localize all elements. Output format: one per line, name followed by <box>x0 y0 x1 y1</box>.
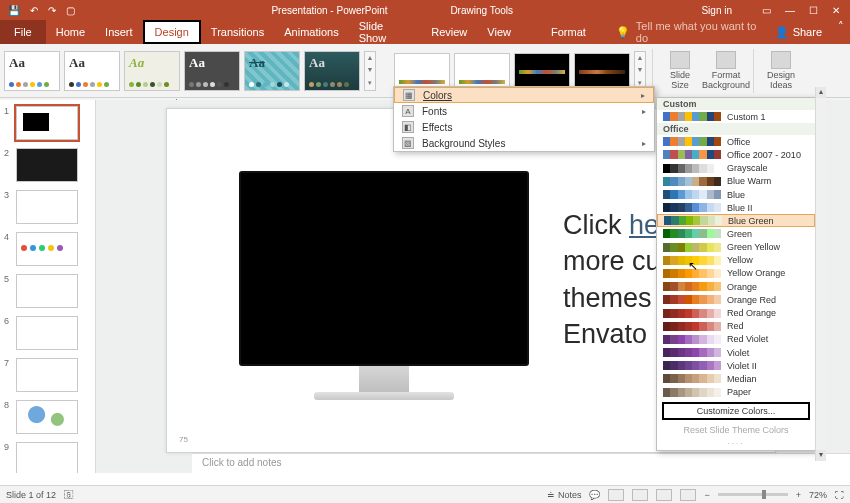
tab-home[interactable]: Home <box>46 20 95 44</box>
color-scheme-item[interactable]: Violet II <box>657 359 815 372</box>
zoom-in-button[interactable]: + <box>796 490 801 500</box>
slide-thumbnail[interactable]: 5 <box>0 268 95 310</box>
variant-thumb[interactable] <box>574 53 630 89</box>
color-scheme-item[interactable]: Grayscale <box>657 162 815 175</box>
tab-file[interactable]: File <box>0 20 46 44</box>
theme-thumb[interactable]: Aa <box>64 51 120 91</box>
view-normal-button[interactable] <box>608 489 624 501</box>
lightbulb-icon: 💡 <box>616 26 630 39</box>
color-scheme-item[interactable]: Red <box>657 320 815 333</box>
close-icon[interactable]: ✕ <box>832 5 840 16</box>
save-icon[interactable]: 💾 <box>8 5 20 16</box>
minimize-icon[interactable]: — <box>785 5 795 16</box>
tab-design[interactable]: Design <box>143 20 201 44</box>
start-slideshow-icon[interactable]: ▢ <box>66 5 75 16</box>
zoom-slider[interactable] <box>718 493 788 496</box>
tab-animations[interactable]: Animations <box>274 20 348 44</box>
tab-format[interactable]: Format <box>541 20 596 44</box>
tab-review[interactable]: Review <box>421 20 477 44</box>
color-scheme-item[interactable]: Orange Red <box>657 293 815 306</box>
theme-thumb[interactable]: Aa <box>124 51 180 91</box>
variant-thumb[interactable] <box>394 53 450 89</box>
color-scheme-label: Grayscale <box>727 163 768 173</box>
notes-pane[interactable]: Click to add notes <box>192 453 850 473</box>
slide-text-fragment: Click <box>563 210 629 240</box>
color-scheme-item[interactable]: Paper <box>657 386 815 399</box>
sign-in-link[interactable]: Sign in <box>701 5 732 16</box>
ribbon-tabs: File Home Insert Design Transitions Anim… <box>0 20 850 44</box>
theme-thumb[interactable]: Aa <box>304 51 360 91</box>
document-title: Presentation - PowerPoint <box>271 5 387 16</box>
tab-slideshow[interactable]: Slide Show <box>349 20 422 44</box>
format-background-button[interactable]: Format Background <box>705 51 747 90</box>
slide-thumbnail[interactable]: 6 <box>0 310 95 352</box>
menu-fonts-label: Fonts <box>422 106 447 117</box>
color-scheme-item[interactable]: Blue <box>657 188 815 201</box>
slide-thumbnail[interactable]: 2 <box>0 142 95 184</box>
theme-thumb[interactable]: Aa <box>184 51 240 91</box>
color-scheme-item[interactable]: Violet <box>657 346 815 359</box>
color-scheme-label: Blue Warm <box>727 176 771 186</box>
tab-transitions[interactable]: Transitions <box>201 20 274 44</box>
color-scheme-custom1[interactable]: Custom 1 <box>657 110 815 123</box>
color-scheme-item[interactable]: Orange <box>657 280 815 293</box>
variants-more-button[interactable]: ▲▼▾ <box>634 51 646 91</box>
menu-item-bg-styles[interactable]: ▧ Background Styles ▸ <box>394 135 654 151</box>
slide-thumbnail[interactable]: 4 <box>0 226 95 268</box>
slide-thumbnail[interactable]: 3 <box>0 184 95 226</box>
redo-icon[interactable]: ↷ <box>48 5 56 16</box>
design-ideas-label: Design Ideas <box>767 70 795 90</box>
maximize-icon[interactable]: ☐ <box>809 5 818 16</box>
color-scheme-label: Green <box>727 229 752 239</box>
color-scheme-item[interactable]: Median <box>657 372 815 385</box>
undo-icon[interactable]: ↶ <box>30 5 38 16</box>
view-sorter-button[interactable] <box>632 489 648 501</box>
ribbon-options-icon[interactable]: ▭ <box>762 5 771 16</box>
status-language[interactable]: 🇬 <box>64 490 73 500</box>
color-scheme-item[interactable]: Red Violet <box>657 333 815 346</box>
theme-thumb[interactable]: Aa <box>244 51 300 91</box>
resize-grip-icon[interactable]: ···· <box>657 439 815 450</box>
tell-me-search[interactable]: 💡 Tell me what you want to do <box>616 20 765 44</box>
color-scheme-item[interactable]: Green Yellow <box>657 241 815 254</box>
slide-thumbnail[interactable]: 9 <box>0 436 95 473</box>
menu-item-colors[interactable]: ▦ Colors ▸ <box>394 87 654 103</box>
customize-colors-button[interactable]: Customize Colors... <box>662 402 810 420</box>
color-scheme-item[interactable]: Yellow <box>657 254 815 267</box>
variant-thumb[interactable] <box>514 53 570 89</box>
color-scheme-item[interactable]: Blue Green <box>657 214 815 227</box>
slide-size-button[interactable]: Slide Size <box>659 51 701 90</box>
theme-thumb[interactable]: Aa <box>4 51 60 91</box>
color-scheme-label: Red Orange <box>727 308 776 318</box>
menu-item-effects[interactable]: ◧ Effects <box>394 119 654 135</box>
variant-thumb[interactable] <box>454 53 510 89</box>
color-scheme-item[interactable]: Office <box>657 135 815 148</box>
color-scheme-item[interactable]: Blue II <box>657 201 815 214</box>
slide-thumbnail[interactable]: 7 <box>0 352 95 394</box>
fonts-icon: A <box>402 105 414 117</box>
tab-view[interactable]: View <box>477 20 521 44</box>
zoom-out-button[interactable]: − <box>704 490 709 500</box>
color-scheme-label: Paper <box>727 387 751 397</box>
color-scheme-item[interactable]: Green <box>657 227 815 240</box>
color-scheme-item[interactable]: Blue Warm <box>657 175 815 188</box>
color-scheme-item[interactable]: Office 2007 - 2010 <box>657 148 815 161</box>
zoom-level[interactable]: 72% <box>809 490 827 500</box>
view-reading-button[interactable] <box>656 489 672 501</box>
collapse-ribbon-icon[interactable]: ˄ <box>832 20 850 44</box>
share-button[interactable]: 👤 Share <box>765 20 832 44</box>
notes-toggle[interactable]: ≐ Notes <box>547 490 581 500</box>
slide-thumbnail[interactable]: 8 <box>0 394 95 436</box>
comments-icon[interactable]: 💬 <box>589 490 600 500</box>
themes-more-button[interactable]: ▲▼▾ <box>364 51 376 91</box>
slide-thumbnail[interactable]: 1 <box>0 100 95 142</box>
tab-insert[interactable]: Insert <box>95 20 143 44</box>
color-scheme-item[interactable]: Red Orange <box>657 306 815 319</box>
colors-icon: ▦ <box>403 89 415 101</box>
design-ideas-button[interactable]: Design Ideas <box>760 51 802 90</box>
fit-to-window-button[interactable]: ⛶ <box>835 490 844 500</box>
flyout-scrollbar[interactable]: ▴▾ <box>815 87 826 461</box>
view-slideshow-button[interactable] <box>680 489 696 501</box>
menu-item-fonts[interactable]: A Fonts ▸ <box>394 103 654 119</box>
color-scheme-item[interactable]: Yellow Orange <box>657 267 815 280</box>
